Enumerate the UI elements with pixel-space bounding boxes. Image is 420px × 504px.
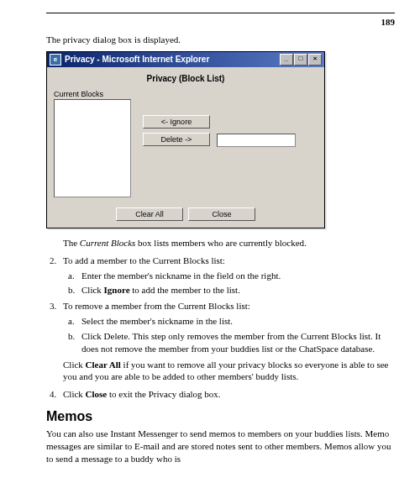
intro-text: The privacy dialog box is displayed. bbox=[46, 34, 395, 46]
minimize-button[interactable]: _ bbox=[280, 54, 293, 66]
step-3a: a. Select the member's nickname in the l… bbox=[78, 315, 395, 328]
ignore-button[interactable]: <- Ignore bbox=[143, 115, 210, 129]
delete-button[interactable]: Delete -> bbox=[143, 133, 210, 146]
page-number: 189 bbox=[46, 17, 395, 27]
maximize-button[interactable]: □ bbox=[294, 54, 307, 66]
memos-paragraph: You can also use Instant Messenger to se… bbox=[46, 428, 395, 465]
current-blocks-listbox[interactable] bbox=[54, 99, 131, 197]
clear-all-note: Click Clear All if you want to remove al… bbox=[63, 359, 395, 384]
caption-text: The Current Blocks box lists members who… bbox=[63, 237, 395, 249]
step-4: 4. Click Close to exit the Privacy dialo… bbox=[58, 388, 395, 401]
close-window-button[interactable]: × bbox=[308, 54, 322, 66]
step-2a: a. Enter the member's nickname in the fi… bbox=[78, 270, 395, 282]
clear-all-button[interactable]: Clear All bbox=[116, 207, 183, 221]
step-3: 3. To remove a member from the Current B… bbox=[58, 300, 395, 383]
close-button[interactable]: Close bbox=[188, 207, 255, 221]
memos-heading: Memos bbox=[46, 409, 395, 424]
title-bar: e Privacy - Microsoft Internet Explorer … bbox=[47, 52, 324, 67]
step-3b: b. Click Delete. This step only removes … bbox=[78, 330, 395, 355]
dialog-heading: Privacy (Block List) bbox=[54, 74, 318, 83]
step-2: 2. To add a member to the Current Blocks… bbox=[58, 255, 395, 297]
privacy-dialog: e Privacy - Microsoft Internet Explorer … bbox=[46, 51, 325, 228]
nickname-input[interactable] bbox=[217, 134, 296, 147]
current-blocks-label: Current Blocks bbox=[54, 90, 136, 98]
ie-icon: e bbox=[50, 54, 61, 66]
step-2b: b. Click Ignore to add the member to the… bbox=[78, 284, 395, 297]
window-title: Privacy - Microsoft Internet Explorer bbox=[65, 55, 276, 64]
